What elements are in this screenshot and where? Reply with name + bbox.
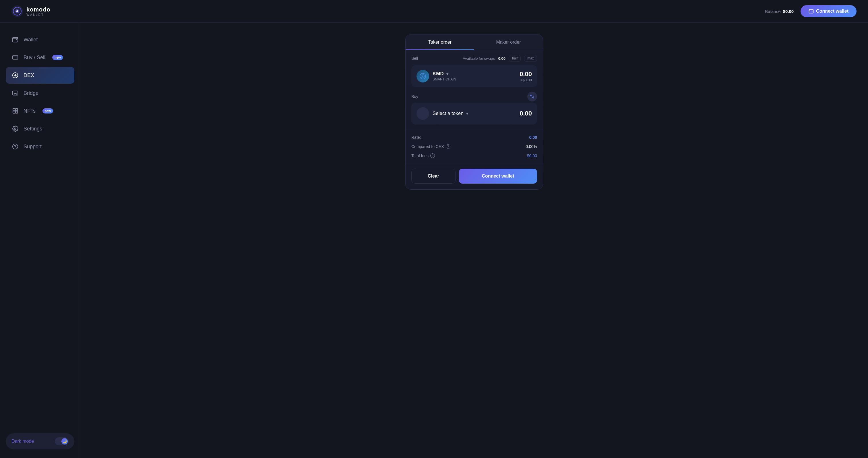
sidebar-item-wallet[interactable]: Wallet xyxy=(6,31,74,48)
sidebar-item-support[interactable]: Support xyxy=(6,138,74,155)
sell-label: Sell xyxy=(411,56,418,61)
sell-token-right: 0.00 ≈$0.00 xyxy=(520,70,532,82)
sell-token-chain: SMART CHAIN xyxy=(433,77,456,81)
sidebar: Wallet Buy / Sell new DEX xyxy=(0,23,81,458)
half-button[interactable]: half xyxy=(509,55,521,62)
clear-button[interactable]: Clear xyxy=(411,169,456,183)
sidebar-settings-label: Settings xyxy=(24,126,42,132)
svg-rect-8 xyxy=(12,91,18,95)
svg-rect-11 xyxy=(13,111,15,113)
buy-amount: 0.00 xyxy=(520,110,532,117)
svg-point-13 xyxy=(14,128,16,130)
card-icon xyxy=(11,54,19,61)
rate-label: Rate: xyxy=(411,135,421,140)
available-text: Available for swaps xyxy=(463,56,495,61)
logo-title: komodo xyxy=(26,6,51,13)
sidebar-item-bridge[interactable]: Bridge xyxy=(6,85,74,102)
sell-usd: ≈$0.00 xyxy=(520,78,532,82)
svg-rect-9 xyxy=(13,109,15,111)
nfts-badge: new xyxy=(42,108,53,114)
available-value: 0.00 xyxy=(498,56,505,61)
nfts-icon xyxy=(11,107,19,115)
sell-token-left: KMD ▼ SMART CHAIN xyxy=(416,70,456,83)
connect-wallet-button[interactable]: Connect wallet xyxy=(459,169,537,183)
swap-direction-button[interactable] xyxy=(527,92,537,102)
action-buttons: Clear Connect wallet xyxy=(406,164,543,189)
sidebar-item-dex[interactable]: DEX xyxy=(6,67,74,84)
dark-mode-knob: 🌙 xyxy=(61,438,68,445)
support-icon xyxy=(11,143,19,150)
header-connect-wallet-button[interactable]: Connect wallet xyxy=(801,5,857,17)
sell-section-header: Sell Available for swaps 0.00 half max xyxy=(411,55,537,62)
max-button[interactable]: max xyxy=(524,55,537,62)
settings-icon xyxy=(11,125,19,133)
sidebar-buy-sell-label: Buy / Sell xyxy=(24,55,45,61)
dex-tabs: Taker order Maker order xyxy=(406,34,543,50)
select-token-text: Select a token ▼ xyxy=(433,111,469,116)
compared-cex-help-icon[interactable]: ? xyxy=(446,144,451,149)
sidebar-dex-label: DEX xyxy=(24,73,34,79)
sidebar-item-settings[interactable]: Settings xyxy=(6,120,74,137)
svg-rect-4 xyxy=(809,10,813,13)
total-fees-label: Total fees ? xyxy=(411,153,435,158)
buy-sell-badge: new xyxy=(52,55,63,60)
sidebar-item-nfts[interactable]: NFTs new xyxy=(6,103,74,119)
sell-section: Sell Available for swaps 0.00 half max xyxy=(406,50,543,90)
buy-token-left: Select a token ▼ xyxy=(416,107,469,120)
balance-label: Balance xyxy=(765,9,780,14)
total-fees-help-icon[interactable]: ? xyxy=(430,153,435,158)
tab-taker-order[interactable]: Taker order xyxy=(406,34,474,50)
rate-row: Rate: 0.00 xyxy=(411,133,537,142)
svg-point-3 xyxy=(17,10,18,12)
bridge-icon xyxy=(11,89,19,97)
dex-card: Taker order Maker order Sell Available f… xyxy=(405,34,543,190)
buy-token-chevron-icon: ▼ xyxy=(465,111,469,116)
main-layout: Wallet Buy / Sell new DEX xyxy=(0,23,868,458)
komodo-logo-icon xyxy=(11,5,23,17)
select-token-placeholder xyxy=(416,107,429,120)
svg-rect-5 xyxy=(12,38,18,42)
sell-token-row[interactable]: KMD ▼ SMART CHAIN 0.00 ≈$0.00 xyxy=(411,65,537,87)
total-fees-value: $0.00 xyxy=(527,153,537,158)
available-area: Available for swaps 0.00 half max xyxy=(463,55,537,62)
svg-rect-6 xyxy=(12,56,18,59)
compared-cex-label: Compared to CEX ? xyxy=(411,144,451,149)
sell-token-name: KMD xyxy=(433,71,444,77)
rate-section: Rate: 0.00 Compared to CEX ? 0.00% Total… xyxy=(406,129,543,164)
kmd-token-icon xyxy=(416,70,429,83)
wallet-icon xyxy=(11,36,19,44)
dark-mode-label: Dark mode xyxy=(11,439,34,444)
buy-label: Buy xyxy=(411,94,418,99)
buy-token-row[interactable]: Select a token ▼ 0.00 xyxy=(411,103,537,124)
sell-token-name-area: KMD ▼ SMART CHAIN xyxy=(433,71,456,81)
compared-cex-value: 0.00% xyxy=(526,144,537,149)
buy-section: Select a token ▼ 0.00 xyxy=(406,103,543,129)
svg-point-18 xyxy=(422,76,423,77)
header-right: Balance $0.00 Connect wallet xyxy=(765,5,857,17)
sidebar-bridge-label: Bridge xyxy=(24,90,38,96)
swap-arrows-icon xyxy=(530,94,535,99)
sidebar-item-buy-sell[interactable]: Buy / Sell new xyxy=(6,49,74,66)
logo-text: komodo WALLET xyxy=(26,6,51,17)
logo-area: komodo WALLET xyxy=(11,5,51,17)
dark-mode-switch[interactable]: 🌙 xyxy=(55,437,69,446)
tab-maker-order[interactable]: Maker order xyxy=(474,34,543,50)
rate-value: 0.00 xyxy=(529,135,537,140)
balance-value: $0.00 xyxy=(783,9,794,14)
svg-rect-10 xyxy=(16,109,18,111)
wallet-icon xyxy=(809,9,814,14)
dark-mode-toggle[interactable]: Dark mode 🌙 xyxy=(6,433,74,449)
total-fees-row: Total fees ? $0.00 xyxy=(411,151,537,160)
balance-area: Balance $0.00 xyxy=(765,9,794,14)
content-area: Taker order Maker order Sell Available f… xyxy=(81,23,868,458)
dex-icon xyxy=(11,71,19,79)
sell-token-chevron-icon: ▼ xyxy=(445,71,450,76)
header: komodo WALLET Balance $0.00 Connect wall… xyxy=(0,0,868,23)
sidebar-support-label: Support xyxy=(24,144,42,150)
header-connect-wallet-label: Connect wallet xyxy=(816,9,848,14)
sidebar-wallet-label: Wallet xyxy=(24,37,38,43)
sell-amount: 0.00 xyxy=(520,70,532,78)
svg-rect-12 xyxy=(16,111,18,113)
compared-cex-row: Compared to CEX ? 0.00% xyxy=(411,142,537,151)
sidebar-nfts-label: NFTs xyxy=(24,108,36,114)
